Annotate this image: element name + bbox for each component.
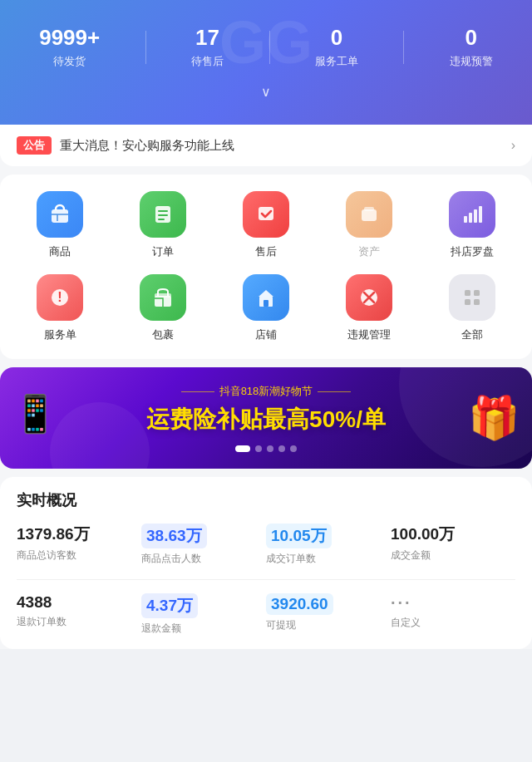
realtime-custom[interactable]: ··· 自定义 xyxy=(391,593,515,636)
banner-dot-2[interactable] xyxy=(255,445,262,452)
svg-rect-23 xyxy=(474,290,480,296)
violation-icon-box xyxy=(346,274,392,321)
icon-item-shop[interactable]: 店铺 xyxy=(214,274,318,342)
icon-grid: 商品 订单 xyxy=(8,191,524,342)
stat-pending-ship[interactable]: 9999+ 待发货 xyxy=(39,25,100,69)
icon-grid-section: 商品 订单 xyxy=(0,175,532,359)
visitors-value: 1379.86万 xyxy=(17,524,141,545)
icon-item-package[interactable]: 包裹 xyxy=(111,274,214,342)
stat-divider-2 xyxy=(269,31,270,64)
svg-rect-0 xyxy=(52,209,68,223)
banner-gift-icon: 🎁 xyxy=(468,394,520,442)
icon-item-compass[interactable]: 抖店罗盘 xyxy=(421,191,524,259)
order-label: 订单 xyxy=(152,244,174,259)
banner-dot-3[interactable] xyxy=(267,445,273,452)
main-content: 公告 重大消息！安心购服务功能上线 › 商品 xyxy=(0,125,532,649)
withdrawable-label: 可提现 xyxy=(266,618,391,632)
svg-rect-16 xyxy=(155,293,171,297)
aftersale-label: 售后 xyxy=(255,244,277,259)
banner-dot-4[interactable] xyxy=(278,445,285,452)
realtime-row-divider xyxy=(17,579,515,580)
realtime-orders: 10.05万 成交订单数 xyxy=(266,524,391,566)
realtime-visitors: 1379.86万 商品总访客数 xyxy=(17,524,141,566)
clicks-label: 商品点击人数 xyxy=(141,552,266,566)
header: GG 9999+ 待发货 17 待售后 0 服务工单 0 违规预警 ∨ xyxy=(0,0,532,125)
pending-ship-number: 9999+ xyxy=(39,25,100,51)
visitors-label: 商品总访客数 xyxy=(17,548,141,563)
svg-rect-24 xyxy=(465,299,470,305)
custom-label: 自定义 xyxy=(391,616,515,630)
after-sale-label: 待售后 xyxy=(191,54,224,69)
banner-phone-icon: 📱 xyxy=(12,392,58,435)
banner-dot-1[interactable] xyxy=(235,445,250,452)
orders-label: 成交订单数 xyxy=(266,552,391,566)
package-icon-box xyxy=(140,274,186,321)
refund-amount-label: 退款金额 xyxy=(141,622,266,636)
realtime-withdrawable: 3920.60 可提现 xyxy=(266,593,391,636)
clicks-value: 38.63万 xyxy=(141,524,207,548)
amount-value: 100.00万 xyxy=(391,524,515,545)
realtime-section: 实时概况 1379.86万 商品总访客数 38.63万 商品点击人数 10.05… xyxy=(0,477,532,649)
icon-item-violation[interactable]: 违规管理 xyxy=(318,274,421,342)
goods-label: 商品 xyxy=(49,244,71,259)
icon-item-order[interactable]: 订单 xyxy=(111,191,214,259)
stat-divider-1 xyxy=(145,31,146,64)
violation-label: 违规管理 xyxy=(347,327,391,342)
withdrawable-value: 3920.60 xyxy=(266,593,333,615)
svg-rect-18 xyxy=(264,300,268,307)
announcement-text: 重大消息！安心购服务功能上线 xyxy=(60,138,234,154)
stat-after-sale[interactable]: 17 待售后 xyxy=(191,25,224,69)
refund-orders-value: 4388 xyxy=(17,593,141,612)
icon-item-goods[interactable]: 商品 xyxy=(8,191,111,259)
order-icon-box xyxy=(140,191,186,238)
realtime-title: 实时概况 xyxy=(17,490,515,510)
icon-item-service[interactable]: ! 服务单 xyxy=(8,274,111,342)
service-icon-box: ! xyxy=(37,274,83,321)
all-icon-box xyxy=(449,274,495,321)
service-label: 服务工单 xyxy=(315,54,358,69)
icon-item-aftersale[interactable]: 售后 xyxy=(214,191,318,259)
stat-divider-3 xyxy=(403,31,404,64)
amount-label: 成交金额 xyxy=(391,548,515,563)
realtime-amount: 100.00万 成交金额 xyxy=(391,524,515,566)
refund-amount-value: 4.37万 xyxy=(141,593,198,618)
header-stats: 9999+ 待发货 17 待售后 0 服务工单 0 违规预警 xyxy=(0,17,532,77)
realtime-refund-amount: 4.37万 退款金额 xyxy=(141,593,266,636)
banner: 📱 🎁 抖音818新潮好物节 运费险补贴最高50%/单 xyxy=(0,367,532,469)
orders-value: 10.05万 xyxy=(266,524,332,548)
assets-icon-box xyxy=(346,191,392,238)
chevron-down-icon[interactable]: ∨ xyxy=(0,84,532,100)
svg-text:!: ! xyxy=(57,290,62,304)
stat-service[interactable]: 0 服务工单 xyxy=(315,25,358,69)
stat-violation[interactable]: 0 违规预警 xyxy=(450,25,493,69)
announcement-arrow-icon: › xyxy=(511,138,515,153)
icon-item-all[interactable]: 全部 xyxy=(421,274,524,342)
svg-rect-11 xyxy=(474,209,477,223)
shop-label: 店铺 xyxy=(255,327,277,342)
aftersale-icon-box xyxy=(243,191,289,238)
announcement-tag: 公告 xyxy=(17,136,52,155)
pending-ship-label: 待发货 xyxy=(39,54,100,69)
custom-dots: ··· xyxy=(391,593,515,612)
violation-number: 0 xyxy=(450,25,493,51)
icon-item-assets[interactable]: 资产 xyxy=(318,191,421,259)
service-label: 服务单 xyxy=(44,327,76,342)
service-number: 0 xyxy=(315,25,358,51)
realtime-clicks: 38.63万 商品点击人数 xyxy=(141,524,266,566)
announcement-bar[interactable]: 公告 重大消息！安心购服务功能上线 › xyxy=(0,125,532,166)
shop-icon-box xyxy=(243,274,289,321)
package-label: 包裹 xyxy=(152,327,174,342)
svg-rect-22 xyxy=(465,290,470,296)
realtime-refund-orders: 4388 退款订单数 xyxy=(17,593,141,636)
svg-rect-7 xyxy=(362,209,377,221)
assets-label: 资产 xyxy=(358,244,380,259)
banner-section[interactable]: 📱 🎁 抖音818新潮好物节 运费险补贴最高50%/单 xyxy=(0,367,532,469)
violation-label: 违规预警 xyxy=(450,54,493,69)
compass-icon-box xyxy=(449,191,495,238)
refund-orders-label: 退款订单数 xyxy=(17,615,141,629)
svg-rect-12 xyxy=(479,206,482,223)
all-label: 全部 xyxy=(461,327,483,342)
after-sale-number: 17 xyxy=(191,25,224,51)
compass-label: 抖店罗盘 xyxy=(451,244,494,259)
banner-dot-5[interactable] xyxy=(290,445,297,452)
